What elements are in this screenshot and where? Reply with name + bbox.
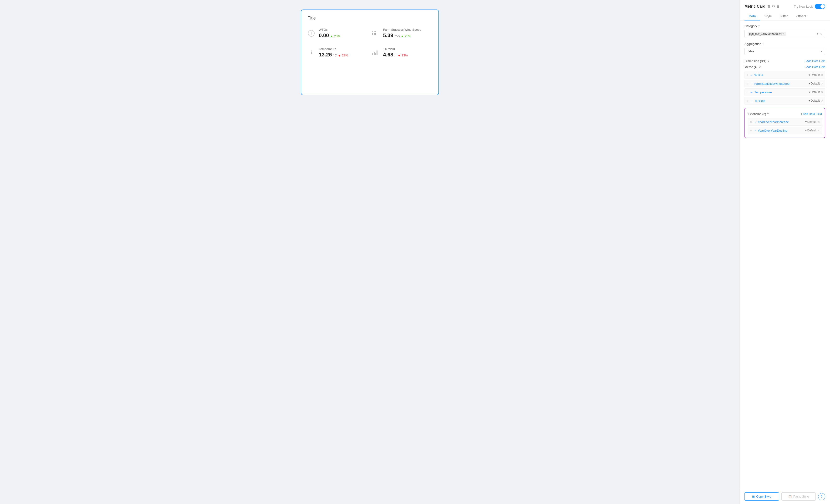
field-default-wtgs[interactable]: ▾ Default <box>808 73 820 77</box>
tab-style[interactable]: Style <box>760 12 776 21</box>
field-default-farmstats[interactable]: ▾ Default <box>808 82 820 85</box>
metric-section-header: Metric (4) ? + Add Data Field <box>744 65 825 69</box>
field-name-wtgs[interactable]: WTGs <box>755 73 807 77</box>
field-remove-farmstats[interactable]: × <box>821 82 823 86</box>
metric-info-temperature: Temperature 13.26 °C 23% <box>319 47 348 58</box>
thermometer-icon: 🌡 <box>308 50 316 55</box>
metric-title: Metric (4) ? <box>744 65 761 69</box>
metric-label-wtgs: WTGs <box>319 28 340 31</box>
table-icon[interactable]: ⊞ <box>776 4 779 8</box>
field-default-temperature[interactable]: ▾ Default <box>808 91 820 94</box>
copy-style-button[interactable]: ⊞ Copy Style <box>744 492 779 501</box>
metric-value-tdyield: 4.68 <box>383 52 393 58</box>
metric-field-tdyield: ≡ → TDYield ▾ Default × <box>744 97 825 104</box>
metric-value-wind: 5.39 <box>383 32 393 39</box>
metric-item-temperature: 🌡 Temperature 13.26 °C 23% <box>308 47 368 58</box>
category-select-inner: pgc_csv_1687094629674 × <box>747 32 786 36</box>
metric-card-preview: Title ! WTGs 0.00 23% <box>301 9 439 95</box>
metric-label-wind: Farm Statistics Wind Speed <box>383 28 421 31</box>
panel-title-row: Metric Card ⇅ ↻ ⊞ Try New Look <box>744 4 825 9</box>
field-default-yoy-increase[interactable]: ▾ Default <box>805 120 817 124</box>
extension-add-field-btn[interactable]: + Add Data Field <box>801 112 822 116</box>
aggregation-label: Aggregation ? <box>744 42 825 46</box>
metric-unit-tdyield: h <box>395 54 396 57</box>
field-name-yoy-decline[interactable]: YearOverYearDecline <box>758 129 804 132</box>
metric-info-tdyield: TD Yield 4.68 h 23% <box>383 47 408 58</box>
drag-icon-farmstats[interactable]: ≡ <box>747 82 748 86</box>
extension-help-icon[interactable]: ? <box>767 112 769 116</box>
footer-help-button[interactable]: ? <box>818 493 825 500</box>
field-remove-yoy-increase[interactable]: × <box>818 120 820 124</box>
aggregation-field-group: Aggregation ? false ▾ <box>744 42 825 55</box>
metric-info-wind: Farm Statistics Wind Speed 5.39 m/s 23% <box>383 28 421 39</box>
metric-item-wtgs: ! WTGs 0.00 23% <box>308 28 368 39</box>
tab-data[interactable]: Data <box>744 12 760 21</box>
arrow-icon-yoy-decline[interactable]: → <box>753 129 757 132</box>
field-name-tdyield[interactable]: TDYield <box>755 99 807 103</box>
field-default-yoy-decline[interactable]: ▾ Default <box>805 129 817 132</box>
tab-filter[interactable]: Filter <box>776 12 792 21</box>
drag-icon-yoy-decline[interactable]: ≡ <box>750 129 752 132</box>
right-panel: Metric Card ⇅ ↻ ⊞ Try New Look Data Styl… <box>739 0 830 504</box>
metric-help-icon[interactable]: ? <box>759 65 761 69</box>
aggregation-help-icon[interactable]: ? <box>762 42 764 46</box>
try-new-look-label: Try New Look <box>794 5 813 8</box>
field-remove-tdyield[interactable]: × <box>821 99 823 103</box>
dimension-section-header: Dimension (0/1) ? + Add Data Field <box>744 59 825 63</box>
left-panel: Title ! WTGs 0.00 23% <box>0 0 739 504</box>
extension-title: Extension (2) ? <box>748 112 769 116</box>
field-name-farmstats[interactable]: FarmStatisticsWindspeed <box>755 82 807 86</box>
drag-icon-tdyield[interactable]: ≡ <box>747 99 748 103</box>
metric-unit-wind: m/s <box>395 34 400 38</box>
dimension-add-field-btn[interactable]: + Add Data Field <box>804 60 825 63</box>
sort-icon[interactable]: ⇅ <box>767 4 770 8</box>
card-title: Title <box>308 16 432 21</box>
panel-title: Metric Card ⇅ ↻ ⊞ <box>744 4 779 8</box>
category-tag-remove[interactable]: × <box>783 32 784 35</box>
category-chevron-icon[interactable]: ▾ <box>817 32 818 35</box>
alert-circle-icon: ! <box>308 30 316 37</box>
metric-fields-list: ≡ → WTGs ▾ Default × ≡ → FarmStatisticsW… <box>744 71 825 104</box>
field-remove-temperature[interactable]: × <box>821 90 823 94</box>
field-default-tdyield[interactable]: ▾ Default <box>808 99 820 102</box>
trend-tdyield: 23% <box>398 54 408 57</box>
drag-icon-temperature[interactable]: ≡ <box>747 91 748 94</box>
tab-others[interactable]: Others <box>792 12 811 21</box>
metric-value-row-temperature: 13.26 °C 23% <box>319 52 348 58</box>
drag-icon-wtgs[interactable]: ≡ <box>747 73 748 77</box>
arrow-icon-wtgs[interactable]: → <box>750 73 753 77</box>
triangle-down-icon-tdyield <box>398 55 401 57</box>
metric-info-wtgs: WTGs 0.00 23% <box>319 28 340 39</box>
trend-wind: 23% <box>401 34 411 38</box>
paste-style-button[interactable]: 📋 Paste Style <box>781 492 816 501</box>
arrow-icon-yoy-increase[interactable]: → <box>753 120 757 124</box>
field-name-yoy-increase[interactable]: YearOverYearIncrease <box>758 120 804 124</box>
category-help-icon[interactable]: ? <box>758 24 760 28</box>
extension-field-yoy-increase: ≡ → YearOverYearIncrease ▾ Default × <box>748 118 822 126</box>
drag-icon-yoy-increase[interactable]: ≡ <box>750 120 752 124</box>
panel-body: Category ? pgc_csv_1687094629674 × ▾ ✎ <box>740 21 830 489</box>
category-select[interactable]: pgc_csv_1687094629674 × ▾ ✎ <box>744 30 825 38</box>
refresh-icon[interactable]: ↻ <box>772 4 775 8</box>
arrow-icon-farmstats[interactable]: → <box>750 82 753 86</box>
arrow-icon-tdyield[interactable]: → <box>750 99 753 103</box>
metric-add-field-btn[interactable]: + Add Data Field <box>804 65 825 69</box>
arrow-icon-temperature[interactable]: → <box>750 91 753 94</box>
metric-field-wtgs: ≡ → WTGs ▾ Default × <box>744 71 825 79</box>
metric-value-row-wtgs: 0.00 23% <box>319 32 340 39</box>
category-edit-icon[interactable]: ✎ <box>820 32 822 36</box>
grid-icon-wind <box>372 31 380 35</box>
copy-style-icon: ⊞ <box>752 495 755 498</box>
try-new-look-toggle[interactable] <box>815 4 825 9</box>
triangle-down-icon-temp <box>338 55 341 57</box>
metric-value-wtgs: 0.00 <box>319 32 329 39</box>
field-remove-wtgs[interactable]: × <box>821 73 823 77</box>
metric-label-tdyield: TD Yield <box>383 47 408 51</box>
field-name-temperature[interactable]: Temperature <box>755 91 807 94</box>
aggregation-select[interactable]: false ▾ <box>744 47 825 55</box>
aggregation-chevron-icon: ▾ <box>821 50 822 53</box>
field-remove-yoy-decline[interactable]: × <box>818 129 820 132</box>
dimension-help-icon[interactable]: ? <box>768 59 769 63</box>
try-new-look: Try New Look <box>794 4 825 9</box>
metric-item-wind: Farm Statistics Wind Speed 5.39 m/s 23% <box>372 28 432 39</box>
